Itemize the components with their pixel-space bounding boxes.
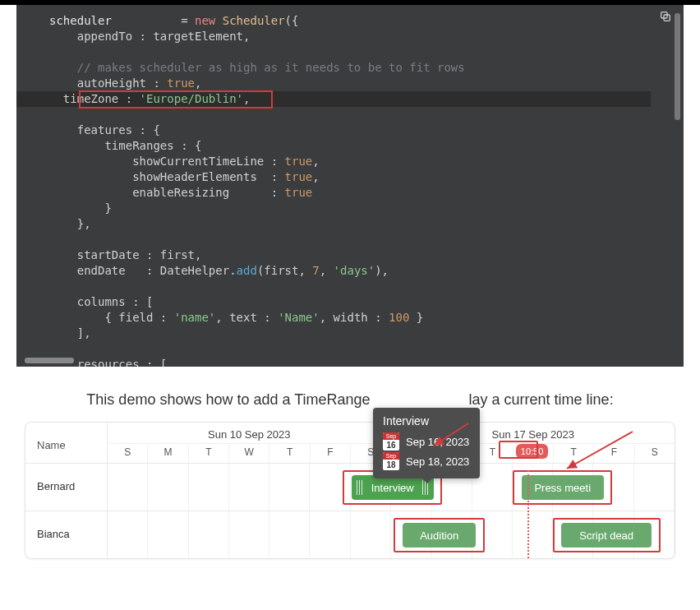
code-line: startDate : first,	[49, 248, 201, 261]
scrollbar-horizontal[interactable]	[25, 358, 74, 363]
code-token: 'Europe/Dublin'	[140, 92, 243, 105]
code-token: true	[167, 76, 195, 90]
tooltip-start-row: Sep 16 Sep 16, 2023	[383, 432, 470, 451]
scheduler-row: Bianca Audition Script dead	[25, 511, 675, 558]
code-content: scheduler = new Scheduler({ appendTo : t…	[16, 13, 684, 367]
code-token: 7	[312, 264, 319, 277]
cal-day: 18	[383, 460, 399, 470]
resource-name: Bianca	[25, 511, 108, 558]
tooltip-start-date: Sep 16, 2023	[406, 436, 469, 448]
scheduler-header: Name Sun 10 Sep 2023 S M T W T F S Sun 1…	[25, 423, 675, 463]
code-token: ),	[375, 264, 389, 277]
demo-description: This demo shows how to add a TimeRange l…	[25, 391, 675, 409]
code-token: , width :	[320, 311, 389, 324]
code-token: , text :	[215, 311, 278, 324]
day-labels: S M T W T F S	[108, 443, 391, 463]
event-label: Script dead	[579, 529, 633, 542]
code-token: =	[112, 14, 195, 27]
event-label: Press meeti	[534, 482, 591, 494]
day-label: W	[229, 443, 269, 463]
event-label: Interview	[363, 482, 422, 494]
code-line: columns : [	[49, 295, 153, 308]
code-token: scheduler	[49, 14, 112, 27]
event-script[interactable]: Script dead	[561, 523, 652, 548]
day-label: S	[108, 443, 148, 463]
code-token: showHeaderElements :	[49, 170, 285, 183]
row-timeline[interactable]: Audition Script dead	[108, 511, 675, 558]
code-line: appendTo : targetElement,	[49, 30, 250, 43]
code-token: true	[285, 155, 313, 168]
code-token: ,	[195, 76, 201, 90]
cal-month: Sep	[383, 452, 399, 460]
code-block: scheduler = new Scheduler({ appendTo : t…	[16, 5, 684, 367]
current-time-line	[527, 470, 529, 558]
code-token: ({	[285, 14, 299, 27]
day-label: T	[554, 443, 594, 463]
code-line: timeRanges : {	[49, 139, 201, 152]
code-token: (first,	[257, 264, 312, 277]
tooltip-arrow-icon	[422, 478, 432, 483]
week-title: Sun 10 Sep 2023	[108, 423, 391, 443]
calendar-icon: Sep 18	[383, 452, 399, 470]
calendar-icon: Sep 16	[383, 432, 399, 451]
code-token: timeZone :	[49, 92, 140, 105]
code-token: true	[285, 170, 313, 183]
code-token: { field :	[49, 311, 174, 324]
code-line: features : {	[49, 123, 160, 136]
code-token: showCurrentTimeLine :	[49, 155, 285, 168]
event-interview[interactable]: Interview	[352, 475, 434, 500]
scheduler-body: Bernard al ra… 10:50 Interview Press mee…	[25, 463, 675, 558]
cal-day: 16	[383, 440, 399, 451]
code-token: 'Name'	[278, 311, 320, 324]
event-label: Audition	[420, 529, 458, 542]
column-header-name[interactable]: Name	[25, 423, 108, 463]
resource-name: Bernard	[25, 464, 108, 511]
code-token: 'name'	[174, 311, 216, 324]
code-highlight-line: timeZone : 'Europe/Dublin',	[16, 91, 651, 107]
tooltip-title: Interview	[383, 414, 470, 427]
code-token: endDate : DateHelper.	[49, 264, 237, 277]
code-line: },	[49, 217, 91, 230]
week-group-0: Sun 10 Sep 2023 S M T W T F S	[108, 423, 392, 463]
code-token: ,	[320, 264, 334, 277]
day-label: S	[635, 443, 675, 463]
event-press[interactable]: Press meeti	[522, 475, 604, 500]
day-label: T	[269, 443, 310, 463]
code-token: }	[409, 311, 423, 324]
day-label: F	[594, 443, 634, 463]
day-label: M	[148, 443, 188, 463]
code-token: 'days'	[334, 264, 375, 277]
tooltip-end-row: Sep 18 Sep 18, 2023	[383, 452, 470, 470]
day-label: T	[189, 443, 229, 463]
code-token: add	[237, 264, 257, 277]
code-token: Scheduler	[215, 14, 284, 27]
scheduler: Name Sun 10 Sep 2023 S M T W T F S Sun 1…	[25, 422, 675, 559]
code-token: enableResizing :	[49, 186, 285, 199]
code-token: ,	[243, 92, 250, 105]
cal-month: Sep	[383, 432, 399, 440]
event-audition[interactable]: Audition	[403, 523, 477, 548]
code-token: autoHeight :	[49, 76, 167, 90]
resize-handle-left[interactable]	[357, 480, 363, 495]
code-token: ,	[312, 155, 319, 168]
code-token: new	[195, 14, 215, 27]
copy-icon[interactable]	[659, 10, 672, 23]
code-line: }	[49, 201, 112, 215]
event-tooltip: Interview Sep 16 Sep 16, 2023 Sep 18 Sep…	[373, 408, 480, 478]
code-token: 100	[389, 311, 409, 324]
day-label: F	[311, 443, 351, 463]
code-token: true	[285, 186, 313, 199]
code-comment: // makes scheduler as high as it needs t…	[49, 61, 465, 74]
scrollbar-vertical[interactable]	[675, 13, 680, 120]
code-token: ,	[312, 170, 319, 183]
tooltip-end-date: Sep 18, 2023	[406, 455, 469, 468]
code-line: ],	[49, 326, 91, 340]
scheduler-row: Bernard al ra… 10:50 Interview Press mee…	[25, 463, 675, 511]
current-time-badge: 10:50	[516, 444, 549, 459]
